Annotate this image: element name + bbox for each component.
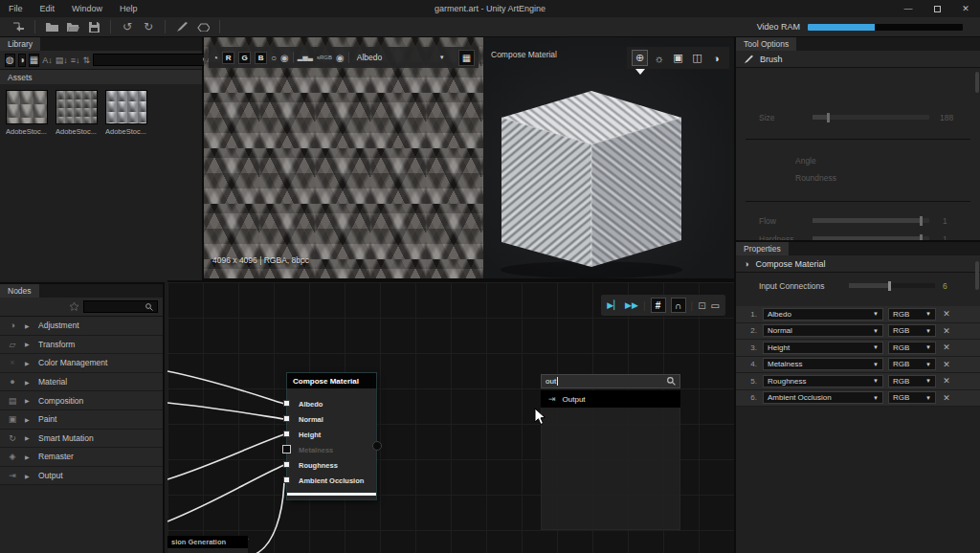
remove-connection-icon[interactable]: ✕ (936, 326, 957, 336)
output-port[interactable] (372, 441, 382, 451)
nodes-search-input[interactable] (88, 302, 145, 311)
alpha-channel-icon[interactable]: ○ (271, 53, 277, 63)
category-remaster[interactable]: ◈▶Remaster (0, 448, 163, 467)
run-node-icon[interactable]: ▶▏ (607, 300, 620, 310)
menu-edit[interactable]: Edit (32, 4, 64, 13)
material-ball-icon[interactable]: ◑ (708, 50, 724, 66)
save-icon[interactable] (83, 19, 104, 34)
asset-card[interactable]: AdobeStoc... (105, 90, 149, 136)
input-connections-slider[interactable] (849, 283, 935, 288)
category-color-management[interactable]: ×▶Color Management (0, 354, 163, 373)
viewer-2d[interactable]: ◔ R G B ○ ◉ ▂▅▃ sRGB ◉ Albedo ▼ ▦ 4096 x… (204, 37, 483, 280)
compose-material-node[interactable]: Compose Material Albedo Normal Height Me… (287, 373, 376, 499)
tab-nodes[interactable]: Nodes (0, 284, 39, 298)
channel-dropdown[interactable]: RGB▼ (888, 375, 936, 387)
magnet-snap-icon[interactable]: ∩ (671, 298, 686, 313)
undo-icon[interactable]: ↺ (117, 19, 138, 34)
nodes-search[interactable] (83, 300, 158, 313)
open-folder-icon[interactable] (62, 19, 83, 34)
camera-icon[interactable]: ▣ (670, 50, 686, 66)
input-port[interactable] (283, 400, 290, 407)
chevron-right-icon[interactable]: ▶ (25, 453, 38, 460)
chevron-right-icon[interactable]: ▶ (25, 416, 38, 423)
map-dropdown[interactable]: Ambient Occlusion▼ (763, 391, 883, 404)
menu-window[interactable]: Window (63, 4, 111, 13)
category-adjustment[interactable]: ◑▶Adjustment (0, 317, 163, 336)
remove-connection-icon[interactable]: ✕ (936, 393, 957, 403)
node-title[interactable]: Compose Material (287, 373, 376, 388)
remove-connection-icon[interactable]: ✕ (936, 343, 957, 352)
input-port[interactable] (283, 431, 290, 437)
channel-dropdown[interactable]: RGB▼ (888, 324, 936, 337)
scrollbar[interactable] (975, 261, 979, 290)
remove-connection-icon[interactable]: ✕ (936, 360, 957, 369)
scrollbar[interactable] (975, 72, 979, 93)
run-all-icon[interactable]: ▶▶ (625, 300, 638, 310)
chevron-right-icon[interactable]: ▶ (25, 434, 38, 441)
grid-snap-icon[interactable]: # (651, 298, 666, 313)
size-slider[interactable] (813, 115, 929, 120)
chevron-right-icon[interactable]: ▶ (25, 397, 38, 404)
minimap-icon[interactable]: ▭ (711, 300, 720, 311)
chevron-right-icon[interactable]: ▶ (25, 473, 38, 479)
asset-card[interactable]: AdobeStoc... (6, 90, 50, 136)
map-dropdown[interactable]: Albedo▼ (763, 308, 883, 321)
eraser-tool-icon[interactable] (192, 19, 213, 34)
sort-alpha-icon[interactable]: A↓ (42, 54, 53, 67)
environment-icon[interactable]: ⊕ (632, 50, 648, 66)
channel-dropdown[interactable]: RGB▼ (888, 342, 936, 354)
channel-dropdown[interactable]: RGB▼ (888, 358, 936, 370)
category-paint[interactable]: ▣▶Paint (0, 410, 163, 430)
library-search-input[interactable] (98, 55, 203, 64)
library-search[interactable] (93, 54, 215, 66)
minimize-icon[interactable]: — (894, 0, 923, 17)
chevron-right-icon[interactable]: ▶ (25, 341, 38, 347)
lighting-icon[interactable]: ☼ (651, 50, 667, 66)
gamma-icon[interactable]: ◉ (336, 53, 345, 63)
filter-images-icon[interactable]: ◑ (18, 54, 26, 67)
channel-dropdown[interactable]: RGB▼ (888, 308, 936, 321)
chevron-right-icon[interactable]: ▶ (25, 360, 38, 366)
import-export-icon[interactable] (8, 19, 29, 34)
category-composition[interactable]: ▤▶Composition (0, 391, 163, 410)
filter-materials-icon[interactable]: ◍ (5, 54, 15, 67)
node-search-field[interactable]: out (541, 374, 680, 388)
menu-help[interactable]: Help (111, 4, 146, 13)
category-smart-mutation[interactable]: ↻▶Smart Mutation (0, 430, 163, 449)
frame-all-icon[interactable]: ⊡ (698, 300, 705, 311)
input-port[interactable] (283, 476, 290, 483)
input-port[interactable] (283, 415, 290, 422)
histogram-icon[interactable]: ▂▅▃ (298, 54, 313, 61)
remove-connection-icon[interactable]: ✕ (936, 309, 957, 319)
redo-icon[interactable]: ↻ (138, 19, 159, 34)
chevron-right-icon[interactable]: ▶ (25, 322, 38, 329)
channel-r-button[interactable]: R (222, 52, 234, 64)
filter-patterns-icon[interactable]: ▦ (29, 54, 39, 67)
tab-properties[interactable]: Properties (736, 242, 789, 255)
map-dropdown[interactable]: Roughness▼ (763, 375, 883, 387)
map-dropdown[interactable]: Height▼ (763, 342, 883, 354)
sort-type-icon[interactable]: ≡↓ (71, 54, 80, 67)
all-channels-icon[interactable]: ◉ (280, 53, 289, 63)
tab-library[interactable]: Library (0, 37, 40, 51)
sort-order-icon[interactable]: ⇅ (83, 54, 91, 67)
mesh-icon[interactable]: ◫ (689, 50, 705, 66)
chevron-right-icon[interactable]: ▶ (25, 379, 38, 386)
input-port[interactable] (282, 445, 291, 453)
category-material[interactable]: ●▶Material (0, 373, 163, 392)
brush-tool-icon[interactable] (171, 19, 192, 34)
favorites-star-icon[interactable] (70, 302, 78, 311)
remove-connection-icon[interactable]: ✕ (936, 376, 957, 386)
new-file-icon[interactable] (41, 19, 62, 34)
channel-b-button[interactable]: B (255, 52, 267, 64)
tab-tool-options[interactable]: Tool Options (736, 37, 796, 51)
channel-dropdown[interactable]: RGB▼ (888, 391, 936, 404)
map-select-dropdown[interactable]: Albedo ▼ (353, 51, 449, 65)
map-dropdown[interactable]: Normal▼ (763, 324, 883, 337)
srgb-toggle[interactable]: sRGB (317, 55, 332, 60)
generation-node-partial[interactable]: sion Generation (167, 536, 248, 553)
preview-cube[interactable] (483, 37, 734, 280)
tiling-grid-icon[interactable]: ▦ (458, 50, 475, 66)
restore-icon[interactable] (923, 0, 951, 17)
menu-file[interactable]: File (0, 4, 32, 13)
